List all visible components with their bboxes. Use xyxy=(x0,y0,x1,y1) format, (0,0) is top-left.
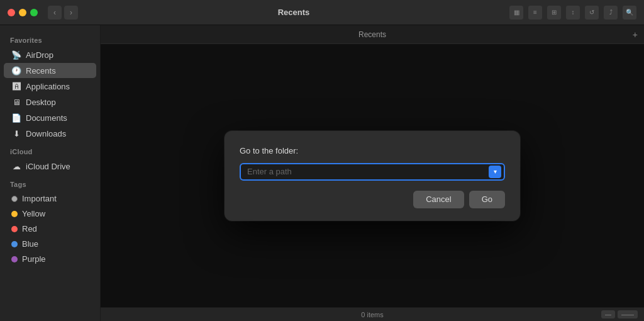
dialog-input-wrapper: ▾ xyxy=(240,163,505,181)
back-button[interactable]: ‹ xyxy=(48,6,62,20)
sidebar-item-label: Documents xyxy=(26,113,67,123)
tag-red-dot xyxy=(11,226,18,232)
sidebar-item-recents[interactable]: 🕐 Recents xyxy=(4,63,96,78)
sidebar: Favorites 📡 AirDrop 🕐 Recents 🅰 Applicat… xyxy=(0,25,101,321)
sidebar-item-icloud-drive[interactable]: ☁ iCloud Drive xyxy=(4,159,96,174)
view-icon-3[interactable]: ⊞ xyxy=(547,6,561,20)
favorites-label: Favorites xyxy=(0,30,100,47)
sidebar-item-label: Red xyxy=(22,224,37,234)
content-body: Go to the folder: ▾ Cancel Go xyxy=(101,44,644,307)
sidebar-item-desktop[interactable]: 🖥 Desktop xyxy=(4,94,96,110)
sidebar-item-label: Downloads xyxy=(26,129,66,138)
sidebar-item-tag-purple[interactable]: Purple xyxy=(4,252,96,266)
share-button[interactable]: ⤴ xyxy=(604,6,618,20)
tag-yellow-dot xyxy=(11,211,18,217)
sidebar-item-label: Important xyxy=(22,194,57,203)
content-area: Recents + Go to the folder: ▾ Cancel Go xyxy=(101,25,644,321)
status-pill-2: —— xyxy=(618,310,638,318)
icloud-icon: ☁ xyxy=(11,161,21,171)
dropdown-arrow-icon[interactable]: ▾ xyxy=(489,166,501,178)
sort-button[interactable]: ↕ xyxy=(566,6,580,20)
close-button[interactable] xyxy=(8,9,15,16)
toolbar-tools: ▦ ≡ ⊞ ↕ ↺ ⤴ 🔍 xyxy=(509,6,636,20)
view-icon-1[interactable]: ▦ xyxy=(509,6,523,20)
sidebar-item-label: Desktop xyxy=(26,98,56,107)
view-icon-2[interactable]: ≡ xyxy=(528,6,542,20)
sidebar-item-label: Purple xyxy=(22,254,46,264)
traffic-lights xyxy=(8,9,38,16)
sidebar-item-tag-yellow[interactable]: Yellow xyxy=(4,206,96,221)
tag-blue-dot xyxy=(11,241,18,247)
go-button[interactable]: Go xyxy=(469,191,505,208)
forward-button[interactable]: › xyxy=(64,6,78,20)
content-header-title: Recents xyxy=(358,30,386,39)
window-title: Recents xyxy=(78,8,509,17)
titlebar: ‹ › Recents ▦ ≡ ⊞ ↕ ↺ ⤴ 🔍 xyxy=(0,0,644,25)
sidebar-item-label: Blue xyxy=(22,239,38,249)
dialog-buttons: Cancel Go xyxy=(240,191,505,208)
sidebar-item-documents[interactable]: 📄 Documents xyxy=(4,110,96,125)
sidebar-item-airdrop[interactable]: 📡 AirDrop xyxy=(4,47,96,62)
cancel-button[interactable]: Cancel xyxy=(413,191,464,208)
tag-important-dot xyxy=(11,196,18,202)
sidebar-item-label: Recents xyxy=(26,66,56,76)
documents-icon: 📄 xyxy=(11,113,21,123)
recents-icon: 🕐 xyxy=(11,65,21,76)
modal-overlay: Go to the folder: ▾ Cancel Go xyxy=(101,44,644,307)
items-count: 0 items xyxy=(361,311,383,318)
sidebar-item-label: AirDrop xyxy=(26,50,53,60)
sidebar-item-tag-red[interactable]: Red xyxy=(4,222,96,236)
icloud-label: iCloud xyxy=(0,142,100,158)
content-header: Recents + xyxy=(101,25,644,44)
desktop-icon: 🖥 xyxy=(11,97,21,107)
sidebar-item-applications[interactable]: 🅰 Applications xyxy=(4,79,96,94)
tag-purple-dot xyxy=(11,256,18,262)
downloads-icon: ⬇ xyxy=(11,128,21,138)
applications-icon: 🅰 xyxy=(11,81,21,91)
minimize-button[interactable] xyxy=(19,9,26,16)
dialog-title: Go to the folder: xyxy=(240,146,505,155)
main-layout: Favorites 📡 AirDrop 🕐 Recents 🅰 Applicat… xyxy=(0,25,644,321)
add-button[interactable]: + xyxy=(633,30,638,40)
statusbar-right: — —— xyxy=(601,310,638,318)
path-input[interactable] xyxy=(240,163,505,181)
sidebar-item-label: Yellow xyxy=(22,209,45,218)
sidebar-item-label: Applications xyxy=(26,82,70,91)
tags-label: Tags xyxy=(0,174,100,191)
goto-folder-dialog: Go to the folder: ▾ Cancel Go xyxy=(225,131,520,221)
airdrop-icon: 📡 xyxy=(11,50,21,60)
sidebar-item-tag-important[interactable]: Important xyxy=(4,191,96,206)
sidebar-item-tag-blue[interactable]: Blue xyxy=(4,237,96,251)
action-button[interactable]: ↺ xyxy=(585,6,599,20)
nav-buttons: ‹ › xyxy=(48,6,78,20)
sidebar-item-downloads[interactable]: ⬇ Downloads xyxy=(4,126,96,141)
maximize-button[interactable] xyxy=(30,9,38,16)
statusbar: 0 items — —— xyxy=(101,307,644,321)
search-button[interactable]: 🔍 xyxy=(623,6,636,20)
status-pill-1: — xyxy=(601,310,615,318)
sidebar-item-label: iCloud Drive xyxy=(26,162,70,171)
